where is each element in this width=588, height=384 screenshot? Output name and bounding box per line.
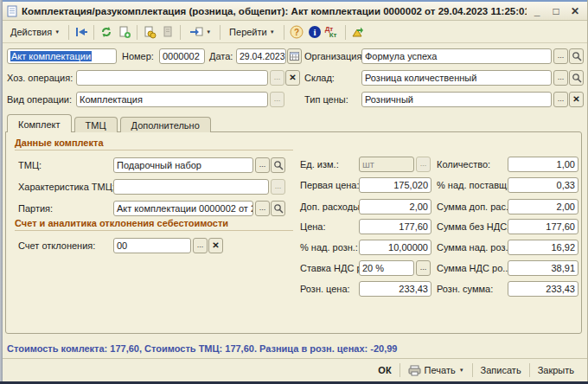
price-type-clear-button[interactable]: ✕ xyxy=(569,92,584,107)
chevron-down-icon: ▼ xyxy=(459,368,464,373)
qty-field[interactable]: 1,00 xyxy=(508,157,578,172)
ok-button[interactable]: ОК xyxy=(370,362,399,379)
doc-type-field[interactable]: Акт комплектации xyxy=(7,48,117,64)
extra-sum-label: Сумма доп. рас... xyxy=(437,199,514,214)
unit-select-button[interactable]: ... xyxy=(416,157,431,172)
batch-select-button[interactable]: ... xyxy=(255,201,270,216)
unit-label: Ед. изм.: xyxy=(300,157,339,172)
sklad-field[interactable]: Розница количественный xyxy=(361,70,552,86)
toolbar: Действия ▼ ▼ Перейти ▼ xyxy=(3,22,587,43)
maximize-button[interactable]: □ xyxy=(549,4,563,18)
toolbar-separator xyxy=(345,25,346,40)
extra-sum-field[interactable]: 2,00 xyxy=(508,199,578,214)
retail-markup-field[interactable]: 10,00000 xyxy=(359,240,431,255)
toolbar-separator xyxy=(220,25,220,40)
tmc-label: ТМЦ: xyxy=(18,157,42,173)
copy-document-icon[interactable] xyxy=(117,24,132,40)
chevron-down-icon: ▼ xyxy=(270,29,275,35)
markup-sum-field[interactable]: 16,92 xyxy=(508,240,578,255)
tmc-field[interactable]: Подарочный набор xyxy=(113,157,253,173)
vat-rate-select-button[interactable]: ... xyxy=(416,260,431,276)
account-select-button[interactable]: ... xyxy=(193,238,208,253)
hoz-clear-button[interactable]: ✕ xyxy=(285,70,300,86)
svg-text:?: ? xyxy=(294,28,299,37)
vid-operation-field[interactable]: Комплектация xyxy=(76,92,268,107)
batch-field[interactable]: Акт комплектации 0000002 от 29.04.20 xyxy=(113,201,253,216)
characteristic-field[interactable] xyxy=(113,179,269,195)
vat-sum-field[interactable]: 38,91 xyxy=(508,260,578,276)
price-type-select-button[interactable]: ... xyxy=(553,92,568,107)
price-type-field[interactable]: Розничный xyxy=(361,92,552,107)
goto-button[interactable]: Перейти ▼ xyxy=(225,25,279,39)
deviation-account-label: Счет отклонения: xyxy=(18,238,95,253)
minimize-button[interactable]: _ xyxy=(530,4,544,18)
window-title: Комплектация/разукомплектация (розница, … xyxy=(22,6,527,16)
hoz-operation-field[interactable] xyxy=(76,70,268,86)
toolbar-separator xyxy=(137,25,137,40)
actions-button[interactable]: Действия ▼ xyxy=(6,25,64,39)
document-icon xyxy=(6,5,18,17)
supplier-markup-label: % над. поставщ... xyxy=(437,177,514,193)
save-close-icon[interactable] xyxy=(74,24,89,40)
org-magnifier-icon[interactable] xyxy=(569,48,584,64)
date-label: Дата: xyxy=(209,48,233,64)
tmc-select-button[interactable]: ... xyxy=(255,157,270,173)
hoz-select-button[interactable]: ... xyxy=(270,70,284,86)
hoz-operation-label: Хоз. операция: xyxy=(7,70,73,86)
markup-sum-label: Сумма над. роз... xyxy=(437,240,514,255)
doc-type-selected-text: Акт комплектации xyxy=(10,51,92,61)
vid-select-button[interactable]: ... xyxy=(270,92,284,107)
retail-price-field[interactable]: 233,43 xyxy=(359,281,431,297)
sum-no-vat-field[interactable]: 177,60 xyxy=(508,219,578,234)
post-document-icon[interactable] xyxy=(142,24,157,40)
sklad-select-button[interactable]: ... xyxy=(553,70,568,86)
close-button[interactable]: ✕ xyxy=(568,4,582,18)
price-label: Цена: xyxy=(300,219,326,234)
svg-text:i: i xyxy=(313,27,316,37)
tab-tmc[interactable]: ТМЦ xyxy=(74,117,118,132)
batch-magnifier-icon[interactable] xyxy=(271,201,285,216)
refresh-icon[interactable] xyxy=(99,24,114,40)
org-select-button[interactable]: ... xyxy=(553,48,568,64)
deviation-account-field[interactable]: 00 xyxy=(113,238,191,253)
unit-field[interactable]: шт xyxy=(359,157,414,172)
vat-rate-field[interactable]: 20 % xyxy=(359,260,414,276)
org-label: Организация: xyxy=(304,48,364,64)
first-price-label: Первая цена: xyxy=(300,177,360,193)
subordination-icon xyxy=(189,25,203,39)
dtkt-postings-icon[interactable]: Дт Кт xyxy=(325,26,341,38)
unpost-document-icon[interactable] xyxy=(160,24,176,40)
subordination-button[interactable]: ▼ xyxy=(185,23,215,41)
price-field[interactable]: 177,60 xyxy=(359,219,431,234)
org-field[interactable]: Формула успеха xyxy=(361,48,552,64)
first-price-field[interactable]: 175,020 xyxy=(359,177,431,193)
close-form-button[interactable]: Закрыть xyxy=(530,362,582,379)
print-button[interactable]: Печать ▼ xyxy=(400,362,472,379)
extra-cost-field[interactable]: 2,00 xyxy=(359,199,431,214)
sum-no-vat-label: Сумма без НДС: xyxy=(437,219,509,234)
sklad-magnifier-icon[interactable] xyxy=(569,70,584,86)
window-edge-left xyxy=(0,0,3,384)
sklad-label: Склад: xyxy=(304,70,335,86)
tab-dopolnitelno[interactable]: Дополнительно xyxy=(120,117,211,132)
account-clear-button[interactable]: ✕ xyxy=(208,238,223,253)
supplier-markup-field[interactable]: 0,33 xyxy=(508,177,578,193)
retail-sum-field[interactable]: 233,43 xyxy=(508,281,578,297)
tmc-magnifier-icon[interactable] xyxy=(271,157,285,173)
vid-operation-label: Вид операции: xyxy=(7,92,72,107)
toolbar-separator xyxy=(284,25,284,40)
tab-bar: Комплект ТМЦ Дополнительно xyxy=(7,114,214,132)
help-icon[interactable]: ? xyxy=(289,24,304,40)
tab-komplekt[interactable]: Комплект xyxy=(7,114,72,132)
characteristic-select-button[interactable]: ... xyxy=(271,179,285,195)
characteristic-label: Характеристика ТМЦ: xyxy=(18,179,115,195)
date-field[interactable]: 29.04.2023 xyxy=(236,48,286,64)
update-prices-icon[interactable] xyxy=(350,24,366,40)
info-icon[interactable]: i xyxy=(307,24,323,40)
chevron-down-icon: ▼ xyxy=(54,29,60,35)
save-button[interactable]: Записать xyxy=(473,362,529,379)
toolbar-separator xyxy=(180,25,181,40)
toolbar-separator xyxy=(68,25,69,40)
calendar-icon[interactable] xyxy=(287,48,302,64)
number-field[interactable]: 0000002 xyxy=(159,48,205,64)
